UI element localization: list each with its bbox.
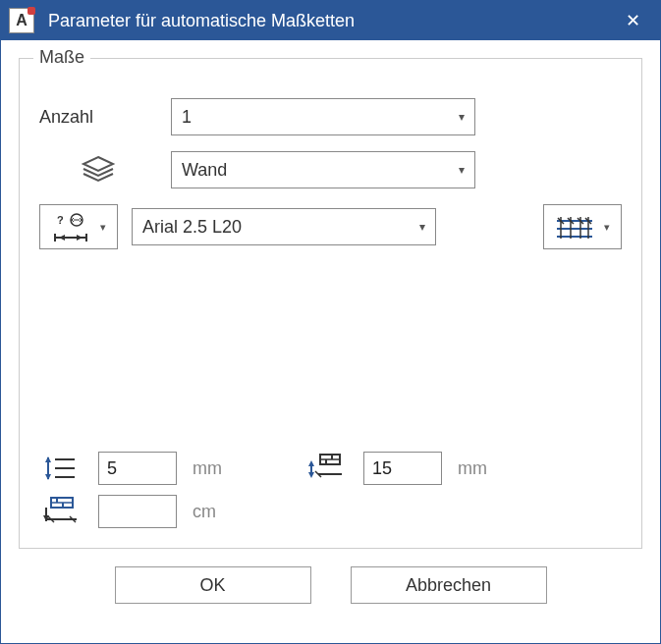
dim-to-wall-icon [39,495,79,528]
layers-icon [39,155,157,185]
count-label: Anzahl [39,107,157,128]
offset-unit: mm [452,458,511,479]
button-row: OK Abbrechen [19,566,642,604]
row-style: ? ▾ Arial 2.5 L20 ▾ [39,204,622,249]
chain-style-button[interactable]: ▾ [543,204,622,249]
dialog-window: A Parameter für automatische Maßketten ✕… [0,0,661,644]
count-combo[interactable]: 1 ▾ [171,98,475,135]
chevron-down-icon: ▾ [100,221,106,234]
font-value: Arial 2.5 L20 [142,217,242,238]
chevron-down-icon: ▾ [459,110,465,124]
cancel-button[interactable]: Abbrechen [351,566,547,604]
spacing-unit: mm [187,458,246,479]
row-layer: Wand ▾ [39,151,622,188]
chevron-down-icon: ▾ [419,220,425,234]
content-area: Maße Anzahl 1 ▾ Wan [1,40,660,616]
chevron-down-icon: ▾ [604,221,610,234]
layer-value: Wand [182,160,227,181]
svg-marker-0 [83,157,113,171]
svg-marker-6 [59,235,65,241]
count-value: 1 [182,107,192,128]
font-combo[interactable]: Arial 2.5 L20 ▾ [132,208,436,245]
dim-style-button[interactable]: ? ▾ [39,204,118,249]
offset-input[interactable] [363,452,442,485]
param-grid: mm m [39,452,622,528]
close-button[interactable]: ✕ [613,10,652,31]
svg-text:?: ? [57,214,64,226]
ok-button[interactable]: OK [115,566,311,604]
svg-marker-24 [45,474,51,480]
svg-marker-33 [308,472,314,478]
group-dimensions: Maße Anzahl 1 ▾ Wan [19,58,642,549]
line-spacing-icon [39,452,79,485]
chevron-down-icon: ▾ [459,163,465,177]
titlebar: A Parameter für automatische Maßketten ✕ [1,1,660,40]
spacing-input[interactable] [98,452,177,485]
svg-marker-7 [77,235,83,241]
window-title: Parameter für automatische Maßketten [48,11,613,31]
app-icon: A [9,8,34,33]
third-unit: cm [187,502,246,522]
layer-combo[interactable]: Wand ▾ [171,151,475,188]
svg-marker-23 [45,456,51,462]
wall-offset-icon [304,452,344,485]
row-count: Anzahl 1 ▾ [39,98,622,135]
svg-marker-32 [308,460,314,466]
group-title: Maße [33,47,90,68]
third-input[interactable] [98,495,177,528]
